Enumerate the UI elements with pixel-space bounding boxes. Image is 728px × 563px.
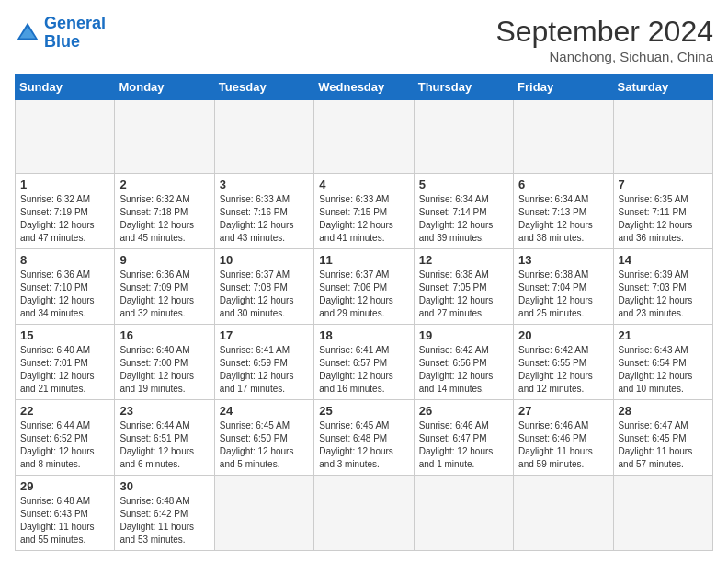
- day-info: Sunrise: 6:34 AMSunset: 7:14 PMDaylight:…: [419, 193, 508, 245]
- calendar-cell: 6Sunrise: 6:34 AMSunset: 7:13 PMDaylight…: [514, 174, 613, 249]
- day-number: 24: [220, 404, 309, 418]
- day-info: Sunrise: 6:35 AMSunset: 7:11 PMDaylight:…: [619, 193, 708, 245]
- calendar-cell: 23Sunrise: 6:44 AMSunset: 6:51 PMDayligh…: [115, 400, 214, 476]
- calendar-cell: 10Sunrise: 6:37 AMSunset: 7:08 PMDayligh…: [214, 249, 313, 325]
- day-number: 21: [619, 328, 708, 342]
- calendar-cell: 5Sunrise: 6:34 AMSunset: 7:14 PMDaylight…: [414, 174, 513, 249]
- day-number: 7: [619, 178, 708, 191]
- calendar-cell: 22Sunrise: 6:44 AMSunset: 6:52 PMDayligh…: [16, 400, 115, 476]
- day-info: Sunrise: 6:40 AMSunset: 7:00 PMDaylight:…: [119, 344, 209, 396]
- col-sunday: Sunday: [16, 75, 115, 100]
- logo-text: General Blue: [44, 15, 106, 52]
- day-number: 1: [20, 178, 109, 191]
- day-number: 25: [319, 404, 408, 418]
- calendar-cell: [314, 476, 414, 551]
- day-info: Sunrise: 6:41 AMSunset: 6:59 PMDaylight:…: [220, 344, 309, 396]
- calendar-cell: 2Sunrise: 6:32 AMSunset: 7:18 PMDaylight…: [115, 174, 214, 249]
- calendar-cell: 12Sunrise: 6:38 AMSunset: 7:05 PMDayligh…: [414, 249, 513, 325]
- location: Nanchong, Sichuan, China: [495, 49, 713, 64]
- title-block: September 2024 Nanchong, Sichuan, China: [495, 15, 713, 64]
- calendar-cell: 18Sunrise: 6:41 AMSunset: 6:57 PMDayligh…: [314, 325, 414, 400]
- day-info: Sunrise: 6:38 AMSunset: 7:04 PMDaylight:…: [518, 269, 608, 320]
- day-number: 3: [220, 178, 309, 191]
- day-number: 2: [119, 178, 209, 191]
- logo-icon: [15, 20, 40, 46]
- day-info: Sunrise: 6:48 AMSunset: 6:43 PMDaylight:…: [20, 495, 109, 546]
- day-number: 14: [619, 253, 708, 267]
- calendar-cell: 1Sunrise: 6:32 AMSunset: 7:19 PMDaylight…: [16, 174, 115, 249]
- calendar-cell: 8Sunrise: 6:36 AMSunset: 7:10 PMDaylight…: [16, 249, 115, 325]
- day-info: Sunrise: 6:38 AMSunset: 7:05 PMDaylight:…: [419, 269, 508, 320]
- day-number: 5: [419, 178, 508, 191]
- calendar-cell: 7Sunrise: 6:35 AMSunset: 7:11 PMDaylight…: [613, 174, 712, 249]
- calendar-cell: [514, 476, 613, 551]
- calendar-cell: [115, 100, 214, 174]
- day-info: Sunrise: 6:43 AMSunset: 6:54 PMDaylight:…: [619, 344, 708, 396]
- day-number: 11: [319, 253, 408, 267]
- day-number: 28: [619, 404, 708, 418]
- calendar-cell: 27Sunrise: 6:46 AMSunset: 6:46 PMDayligh…: [514, 400, 613, 476]
- calendar-cell: 28Sunrise: 6:47 AMSunset: 6:45 PMDayligh…: [613, 400, 712, 476]
- day-info: Sunrise: 6:33 AMSunset: 7:16 PMDaylight:…: [220, 193, 309, 245]
- calendar-cell: 29Sunrise: 6:48 AMSunset: 6:43 PMDayligh…: [16, 476, 115, 551]
- calendar-cell: 15Sunrise: 6:40 AMSunset: 7:01 PMDayligh…: [16, 325, 115, 400]
- col-saturday: Saturday: [613, 75, 712, 100]
- calendar-cell: 16Sunrise: 6:40 AMSunset: 7:00 PMDayligh…: [115, 325, 214, 400]
- day-info: Sunrise: 6:36 AMSunset: 7:09 PMDaylight:…: [119, 269, 209, 320]
- logo: General Blue: [15, 15, 106, 52]
- day-info: Sunrise: 6:37 AMSunset: 7:08 PMDaylight:…: [220, 269, 309, 320]
- day-number: 10: [220, 253, 309, 267]
- day-info: Sunrise: 6:45 AMSunset: 6:48 PMDaylight:…: [319, 419, 408, 471]
- day-info: Sunrise: 6:41 AMSunset: 6:57 PMDaylight:…: [319, 344, 408, 396]
- day-number: 6: [518, 178, 608, 191]
- day-number: 8: [20, 253, 109, 267]
- calendar-week-row: 29Sunrise: 6:48 AMSunset: 6:43 PMDayligh…: [16, 476, 713, 551]
- day-info: Sunrise: 6:46 AMSunset: 6:47 PMDaylight:…: [419, 419, 508, 471]
- calendar-cell: 13Sunrise: 6:38 AMSunset: 7:04 PMDayligh…: [514, 249, 613, 325]
- day-info: Sunrise: 6:42 AMSunset: 6:56 PMDaylight:…: [419, 344, 508, 396]
- day-number: 23: [119, 404, 209, 418]
- calendar-cell: 17Sunrise: 6:41 AMSunset: 6:59 PMDayligh…: [214, 325, 313, 400]
- day-info: Sunrise: 6:37 AMSunset: 7:06 PMDaylight:…: [319, 269, 408, 320]
- col-wednesday: Wednesday: [314, 75, 414, 100]
- calendar-week-row: 22Sunrise: 6:44 AMSunset: 6:52 PMDayligh…: [16, 400, 713, 476]
- day-number: 15: [20, 328, 109, 342]
- day-number: 29: [20, 479, 109, 493]
- calendar-week-row: 1Sunrise: 6:32 AMSunset: 7:19 PMDaylight…: [16, 174, 713, 249]
- calendar-cell: 24Sunrise: 6:45 AMSunset: 6:50 PMDayligh…: [214, 400, 313, 476]
- day-info: Sunrise: 6:32 AMSunset: 7:18 PMDaylight:…: [119, 193, 209, 245]
- calendar-cell: [613, 476, 712, 551]
- calendar-cell: 3Sunrise: 6:33 AMSunset: 7:16 PMDaylight…: [214, 174, 313, 249]
- calendar-cell: 30Sunrise: 6:48 AMSunset: 6:42 PMDayligh…: [115, 476, 214, 551]
- calendar-cell: 4Sunrise: 6:33 AMSunset: 7:15 PMDaylight…: [314, 174, 414, 249]
- calendar-cell: 20Sunrise: 6:42 AMSunset: 6:55 PMDayligh…: [514, 325, 613, 400]
- day-info: Sunrise: 6:42 AMSunset: 6:55 PMDaylight:…: [518, 344, 608, 396]
- day-number: 26: [419, 404, 508, 418]
- day-number: 17: [220, 328, 309, 342]
- day-info: Sunrise: 6:44 AMSunset: 6:52 PMDaylight:…: [20, 419, 109, 471]
- calendar-cell: [314, 100, 414, 174]
- calendar-week-row: [16, 100, 713, 174]
- calendar-week-row: 8Sunrise: 6:36 AMSunset: 7:10 PMDaylight…: [16, 249, 713, 325]
- day-number: 19: [419, 328, 508, 342]
- calendar-cell: [214, 100, 313, 174]
- day-number: 27: [518, 404, 608, 418]
- calendar-cell: 21Sunrise: 6:43 AMSunset: 6:54 PMDayligh…: [613, 325, 712, 400]
- calendar-cell: 26Sunrise: 6:46 AMSunset: 6:47 PMDayligh…: [414, 400, 513, 476]
- calendar-cell: [613, 100, 712, 174]
- calendar-cell: [514, 100, 613, 174]
- day-info: Sunrise: 6:33 AMSunset: 7:15 PMDaylight:…: [319, 193, 408, 245]
- day-number: 18: [319, 328, 408, 342]
- calendar-cell: 9Sunrise: 6:36 AMSunset: 7:09 PMDaylight…: [115, 249, 214, 325]
- day-number: 16: [119, 328, 209, 342]
- day-info: Sunrise: 6:44 AMSunset: 6:51 PMDaylight:…: [119, 419, 209, 471]
- calendar-cell: 11Sunrise: 6:37 AMSunset: 7:06 PMDayligh…: [314, 249, 414, 325]
- day-info: Sunrise: 6:45 AMSunset: 6:50 PMDaylight:…: [220, 419, 309, 471]
- day-number: 22: [20, 404, 109, 418]
- calendar-week-row: 15Sunrise: 6:40 AMSunset: 7:01 PMDayligh…: [16, 325, 713, 400]
- calendar-cell: 14Sunrise: 6:39 AMSunset: 7:03 PMDayligh…: [613, 249, 712, 325]
- day-number: 9: [119, 253, 209, 267]
- header-row: Sunday Monday Tuesday Wednesday Thursday…: [16, 75, 713, 100]
- calendar-table: Sunday Monday Tuesday Wednesday Thursday…: [15, 74, 713, 551]
- day-number: 4: [319, 178, 408, 191]
